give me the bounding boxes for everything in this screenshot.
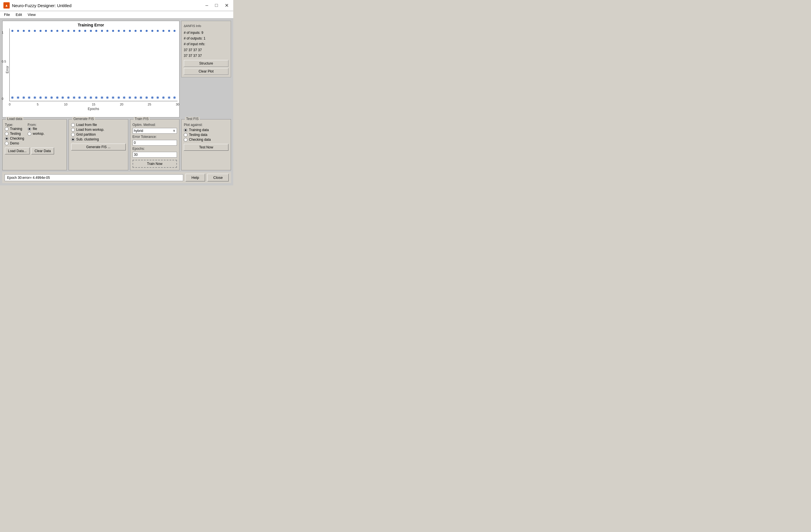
radio-worksp-circle[interactable] [28,132,31,136]
main-content: Training Error Error 1 0.5 0 0 5 10 15 2… [0,18,233,185]
y-tick-05: 0.5 [2,60,6,63]
x-tick-30: 30 [176,103,179,106]
radio-checking-data[interactable]: Checking data [184,138,228,142]
test-fis-inner: Plot against: Training data Testing data… [184,123,228,151]
radio-grid-circle[interactable] [71,133,75,137]
radio-training-data[interactable]: Training data [184,128,228,132]
chart-plot: 1 0.5 0 0 5 10 15 20 25 30 [10,28,178,101]
window-title: Neuro-Fuzzy Designer: Untitled [12,3,72,8]
test-now-button[interactable]: Test Now [184,144,228,151]
generate-fis-options: Load from file Load from worksp. Grid pa… [71,123,126,141]
close-button[interactable]: ✕ [224,3,230,9]
radio-worksp[interactable]: worksp. [28,132,44,136]
dot [84,30,86,32]
y-axis-label: Error [4,28,10,111]
mfs-row2: 37 37 37 37 [184,53,228,59]
plot-section: Training Error Error 1 0.5 0 0 5 10 15 2… [2,21,231,118]
structure-button[interactable]: Structure [184,60,228,67]
menu-view[interactable]: View [28,13,35,17]
close-button[interactable]: Close [208,174,229,182]
dot [151,30,153,32]
load-data-button[interactable]: Load Data... [5,147,30,154]
radio-sub-clustering[interactable]: Sub. clustering [71,137,126,141]
radio-checking-circle[interactable] [5,137,9,140]
radio-load-file-label: Load from file [76,123,97,127]
radio-sub-clustering-circle[interactable] [71,138,75,141]
star: ✱ [156,96,159,99]
error-tolerance-input[interactable] [133,140,177,145]
menu-file[interactable]: File [4,13,10,17]
radio-file[interactable]: file [28,127,44,131]
radio-load-file-circle[interactable] [71,123,75,127]
epochs-label: Epochs: [133,147,177,151]
radio-testing-data-circle[interactable] [184,133,187,137]
clear-plot-button[interactable]: Clear Plot [184,68,228,75]
optim-select[interactable]: hybrid [133,128,177,134]
radio-testing-circle[interactable] [5,132,9,136]
star: ✱ [39,96,42,99]
star: ✱ [111,96,114,99]
status-text: Epoch 30:error= 4.4994e-05 [4,174,183,181]
menu-edit[interactable]: Edit [16,13,22,17]
train-fis-title: Train FIS [134,117,150,121]
maximize-button[interactable]: □ [214,3,219,9]
radio-demo-circle[interactable] [5,142,9,145]
radio-testing[interactable]: Testing [5,132,24,136]
train-fis-panel: Train FIS Optim. Method: hybrid Error To… [130,119,180,170]
title-bar: ▲ Neuro-Fuzzy Designer: Untitled – □ ✕ [0,0,233,11]
dot [168,30,170,32]
radio-load-file[interactable]: Load from file [71,123,126,127]
clear-data-button[interactable]: Clear Data [31,147,54,154]
star: ✱ [67,96,70,99]
minimize-button[interactable]: – [204,3,209,9]
radio-load-worksp[interactable]: Load from worksp. [71,128,126,132]
menu-bar: File Edit View [0,11,233,18]
generate-fis-btn-row: Generate FIS ... [71,144,126,151]
dot [112,30,114,32]
radio-training-circle[interactable] [5,127,9,131]
window-controls: – □ ✕ [204,3,230,9]
dot [135,30,137,32]
anfis-info-box: ΔANFIS Info # of inputs: 9 # of outputs:… [181,21,231,77]
generate-fis-inner: Load from file Load from worksp. Grid pa… [71,123,126,151]
radio-sub-clustering-label: Sub. clustering [76,137,99,141]
radio-testing-label: Testing [10,132,21,136]
star: ✱ [83,96,87,99]
generate-fis-panel: Generate FIS Load from file Load from wo… [68,119,128,170]
x-tick-20: 20 [120,103,123,106]
chart-dots-bottom-row: ✱ ✱ ✱ ✱ ✱ ✱ ✱ ✱ ✱ ✱ ✱ ✱ ✱ [10,96,178,99]
generate-fis-button[interactable]: Generate FIS ... [71,144,126,151]
star: ✱ [28,96,31,99]
radio-testing-data[interactable]: Testing data [184,133,228,137]
from-label: From: [28,123,44,127]
star: ✱ [56,96,59,99]
radio-checking-data-circle[interactable] [184,138,187,142]
star: ✱ [16,96,20,99]
radio-grid[interactable]: Grid partition [71,132,126,137]
star: ✱ [134,96,137,99]
title-bar-left: ▲ Neuro-Fuzzy Designer: Untitled [3,2,72,9]
star: ✱ [78,96,81,99]
radio-file-circle[interactable] [28,127,31,131]
epochs-input[interactable] [133,152,177,158]
y-tick-0: 0 [2,97,3,100]
radio-load-worksp-circle[interactable] [71,128,75,132]
x-tick-0: 0 [9,103,11,106]
radio-training-data-circle[interactable] [184,128,187,132]
radio-demo[interactable]: Demo [5,141,24,145]
help-button[interactable]: Help [185,174,205,182]
radio-checking[interactable]: Checking [5,137,24,140]
star: ✱ [101,96,104,99]
dot [28,30,30,32]
type-label: Type: [5,123,24,127]
test-fis-options: Training data Testing data Checking data [184,128,228,142]
chart-dots-top-row [10,30,178,32]
radio-training[interactable]: Training [5,127,24,131]
star: ✱ [151,96,154,99]
star: ✱ [89,96,92,99]
x-tick-10: 10 [64,103,67,106]
train-now-button[interactable]: Train Now [133,160,177,168]
anfis-box-title: ΔANFIS Info [184,23,228,29]
optim-select-wrapper[interactable]: hybrid [133,128,177,134]
inputs-info: # of inputs: 9 [184,30,228,35]
